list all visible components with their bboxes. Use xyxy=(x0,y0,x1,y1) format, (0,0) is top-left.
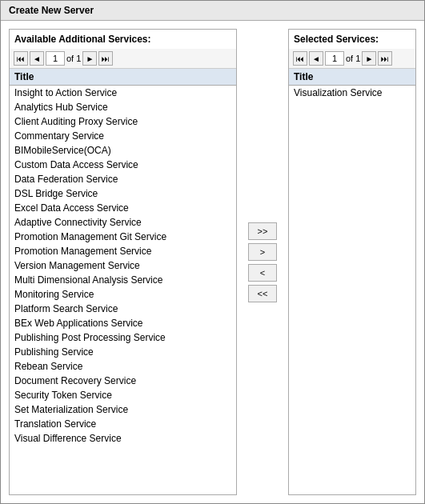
list-item[interactable]: Multi Dimensional Analysis Service xyxy=(10,273,236,287)
list-item[interactable]: Platform Search Service xyxy=(10,302,236,316)
transfer-buttons: >> > < << xyxy=(245,29,280,495)
right-next-page-button[interactable]: ► xyxy=(362,51,376,66)
list-item[interactable]: Version Management Service xyxy=(10,258,236,273)
window-title: Create New Server xyxy=(1,1,424,21)
remove-all-button[interactable]: << xyxy=(248,285,277,302)
right-first-page-button[interactable]: ⏮ xyxy=(293,51,307,66)
available-services-title: Available Additional Services: xyxy=(10,30,236,49)
left-pagination: ⏮ ◄ of 1 ► ⏭ xyxy=(10,49,236,69)
list-item[interactable]: Publishing Post Processing Service xyxy=(10,330,236,345)
right-page-input[interactable] xyxy=(325,51,344,66)
list-item[interactable]: Commentary Service xyxy=(10,129,236,143)
list-item[interactable]: Monitoring Service xyxy=(10,287,236,302)
right-pagination: ⏮ ◄ of 1 ► ⏭ xyxy=(289,49,415,69)
create-new-server-window: Create New Server Available Additional S… xyxy=(0,0,425,504)
available-services-list: Insight to Action ServiceAnalytics Hub S… xyxy=(10,86,236,494)
list-item[interactable]: Promotion Management Git Service xyxy=(10,230,236,244)
selected-services-list: Visualization Service xyxy=(289,86,415,494)
list-item[interactable]: Client Auditing Proxy Service xyxy=(10,114,236,129)
available-services-panel: Available Additional Services: ⏮ ◄ of 1 … xyxy=(9,29,237,495)
selected-services-title: Selected Services: xyxy=(289,30,415,49)
left-page-input[interactable] xyxy=(46,51,65,66)
available-services-header: Title xyxy=(10,69,236,86)
left-page-of: of 1 xyxy=(66,54,81,63)
selected-services-panel: Selected Services: ⏮ ◄ of 1 ► ⏭ Title Vi… xyxy=(288,29,416,495)
right-last-page-button[interactable]: ⏭ xyxy=(378,51,392,66)
list-item[interactable]: Adaptive Connectivity Service xyxy=(10,215,236,230)
right-page-of: of 1 xyxy=(346,54,360,63)
list-item[interactable]: BIMobileService(OCA) xyxy=(10,143,236,158)
list-item[interactable]: Visualization Service xyxy=(289,86,415,100)
list-item[interactable]: Security Token Service xyxy=(10,388,236,402)
add-button[interactable]: > xyxy=(248,243,277,261)
left-prev-page-button[interactable]: ◄ xyxy=(30,51,44,66)
left-next-page-button[interactable]: ► xyxy=(82,51,97,66)
list-item[interactable]: Visual Difference Service xyxy=(10,431,236,446)
list-item[interactable]: Excel Data Access Service xyxy=(10,201,236,215)
list-item[interactable]: Document Recovery Service xyxy=(10,374,236,388)
list-item[interactable]: BEx Web Applications Service xyxy=(10,316,236,330)
list-item[interactable]: Translation Service xyxy=(10,417,236,431)
list-item[interactable]: Data Federation Service xyxy=(10,172,236,186)
left-first-page-button[interactable]: ⏮ xyxy=(14,51,28,66)
list-item[interactable]: Custom Data Access Service xyxy=(10,158,236,172)
selected-services-header: Title xyxy=(289,69,415,86)
left-last-page-button[interactable]: ⏭ xyxy=(98,51,113,66)
list-item[interactable]: Publishing Service xyxy=(10,345,236,359)
add-all-button[interactable]: >> xyxy=(248,222,277,240)
list-item[interactable]: Analytics Hub Service xyxy=(10,100,236,114)
list-item[interactable]: Insight to Action Service xyxy=(10,86,236,100)
content-area: Available Additional Services: ⏮ ◄ of 1 … xyxy=(1,21,424,503)
remove-button[interactable]: < xyxy=(248,264,277,282)
list-item[interactable]: Rebean Service xyxy=(10,359,236,374)
list-item[interactable]: Promotion Management Service xyxy=(10,244,236,258)
list-item[interactable]: Set Materialization Service xyxy=(10,402,236,417)
right-prev-page-button[interactable]: ◄ xyxy=(309,51,323,66)
list-item[interactable]: DSL Bridge Service xyxy=(10,186,236,201)
